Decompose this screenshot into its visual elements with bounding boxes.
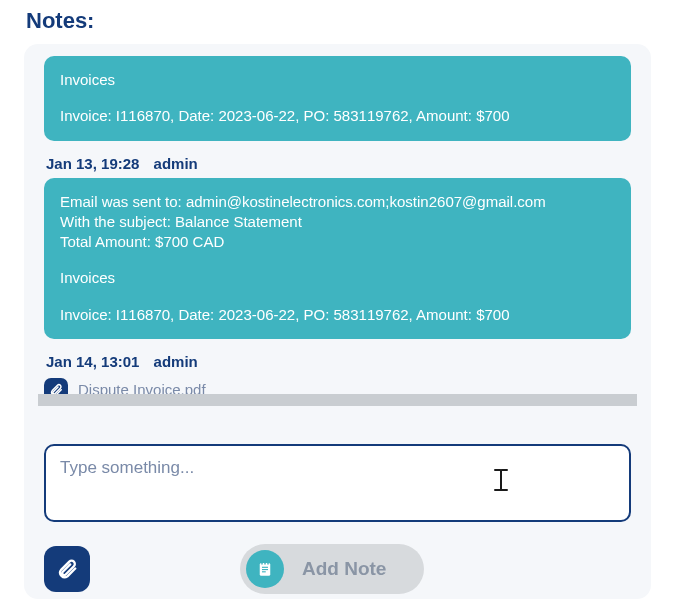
note-user: admin <box>154 353 198 370</box>
note-timestamp: Jan 14, 13:01 <box>46 353 139 370</box>
note-line: Invoice: I116870, Date: 2023-06-22, PO: … <box>60 106 615 126</box>
svg-rect-6 <box>262 571 266 572</box>
scrollbar-track[interactable] <box>38 394 637 406</box>
note-user: admin <box>154 155 198 172</box>
note-line: Invoices <box>60 70 615 90</box>
notes-panel: Invoices Invoice: I116870, Date: 2023-06… <box>24 44 651 599</box>
add-note-label: Add Note <box>302 558 386 580</box>
note-timestamp: Jan 13, 19:28 <box>46 155 139 172</box>
svg-rect-3 <box>267 562 269 565</box>
notepad-icon <box>246 550 284 588</box>
notes-section-title: Notes: <box>0 0 675 44</box>
note-line: Email was sent to: admin@kostinelectroni… <box>60 192 615 212</box>
note-bubble: Email was sent to: admin@kostinelectroni… <box>44 178 631 339</box>
composer-actions: Add Note <box>44 544 631 594</box>
attach-file-button[interactable] <box>44 546 90 592</box>
paperclip-icon <box>56 558 78 580</box>
note-line: Invoices <box>60 268 615 288</box>
svg-rect-5 <box>262 569 268 570</box>
note-line: With the subject: Balance Statement <box>60 212 615 232</box>
notes-scroll-area[interactable]: Invoices Invoice: I116870, Date: 2023-06… <box>38 56 637 406</box>
note-composer: Add Note <box>38 444 637 594</box>
note-meta: Jan 13, 19:28 admin <box>38 149 637 178</box>
note-input[interactable] <box>44 444 631 522</box>
svg-rect-1 <box>261 562 263 565</box>
note-bubble: Invoices Invoice: I116870, Date: 2023-06… <box>44 56 631 141</box>
svg-rect-2 <box>264 562 266 565</box>
svg-rect-4 <box>262 567 268 568</box>
note-line: Invoice: I116870, Date: 2023-06-22, PO: … <box>60 305 615 325</box>
note-line: Total Amount: $700 CAD <box>60 232 615 252</box>
note-meta: Jan 14, 13:01 admin <box>38 347 637 376</box>
add-note-button[interactable]: Add Note <box>240 544 424 594</box>
